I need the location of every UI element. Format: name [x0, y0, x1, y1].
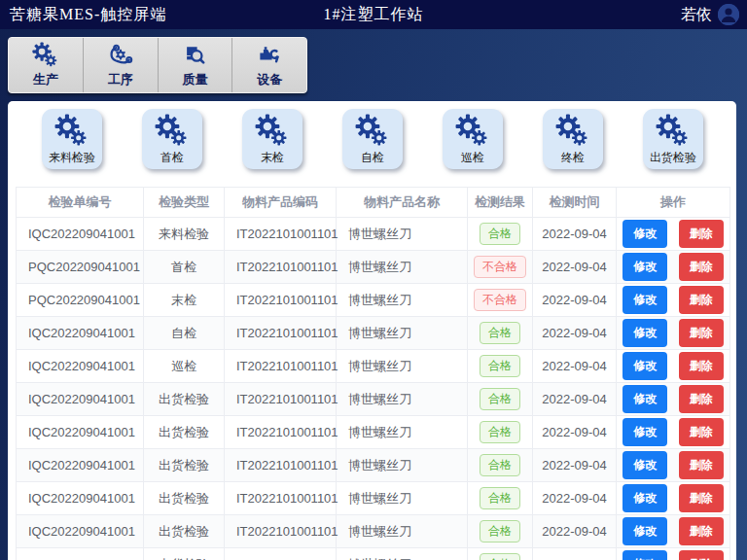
- gears-icon: [32, 42, 59, 69]
- cell-inspection-id: PQC202209041001: [17, 284, 144, 317]
- edit-button[interactable]: 修改: [622, 517, 667, 545]
- delete-button[interactable]: 删除: [679, 352, 724, 380]
- user-avatar-icon[interactable]: [718, 4, 739, 25]
- delete-button[interactable]: 删除: [679, 550, 724, 560]
- cell-date: 2022-09-04: [533, 416, 617, 449]
- cell-inspection-type: 自检: [144, 317, 225, 350]
- cell-material-code: IT2022101001101: [225, 449, 337, 482]
- process-route-icon: [107, 42, 134, 69]
- delete-button[interactable]: 删除: [679, 418, 724, 446]
- tab-label: 生产: [33, 71, 58, 88]
- col-actions: 操作: [617, 188, 730, 218]
- user-menu[interactable]: 若依: [681, 4, 747, 25]
- cell-inspection-type: 出货检验: [144, 416, 225, 449]
- cell-date: 2022-09-04: [533, 350, 617, 383]
- table-row: IQC202209041001 来料检验 IT2022101001101 博世螺…: [17, 218, 730, 251]
- cell-material-name: 博世螺丝刀: [337, 515, 468, 548]
- edit-button[interactable]: 修改: [622, 352, 667, 380]
- inspection-table: 检验单编号 检验类型 物料产品编码 物料产品名称 检测结果 检测时间 操作 IQ…: [16, 187, 730, 560]
- cell-material-code: IT2022101001101: [225, 284, 337, 317]
- edit-button[interactable]: 修改: [622, 550, 667, 560]
- cell-inspection-id: IQC202209041001: [17, 548, 144, 560]
- col-result: 检测结果: [468, 188, 533, 218]
- quality-panel: 来料检验 首检 末检 自检 巡检 终检 出货检验: [8, 101, 736, 560]
- result-badge: 合格: [480, 520, 520, 542]
- cell-inspection-id: IQC202209041001: [17, 218, 144, 251]
- cell-date: 2022-09-04: [533, 317, 617, 350]
- table-row: PQC202209041001 首检 IT2022101001101 博世螺丝刀…: [17, 251, 730, 284]
- delete-button[interactable]: 删除: [679, 451, 724, 479]
- table-row: IQC202209041001 出货检验 IT2022101001101 博世螺…: [17, 383, 730, 416]
- cell-material-name: 博世螺丝刀: [337, 350, 468, 383]
- cell-material-code: IT2022101001101: [225, 218, 337, 251]
- cell-material-code: IT2022101001101: [225, 548, 337, 560]
- edit-button[interactable]: 修改: [622, 286, 667, 314]
- cell-material-code: IT2022101001101: [225, 482, 337, 515]
- gears-icon: [455, 114, 490, 149]
- cell-material-code: IT2022101001101: [225, 515, 337, 548]
- delete-button[interactable]: 删除: [679, 319, 724, 347]
- result-badge: 合格: [480, 322, 520, 343]
- edit-button[interactable]: 修改: [622, 385, 667, 413]
- cell-material-name: 博世螺丝刀: [337, 284, 468, 317]
- cell-date: 2022-09-04: [533, 449, 617, 482]
- cell-material-code: IT2022101001101: [225, 416, 337, 449]
- edit-button[interactable]: 修改: [622, 220, 667, 248]
- delete-button[interactable]: 删除: [679, 220, 724, 248]
- qc-button-shipment-inspection[interactable]: 出货检验: [643, 109, 703, 169]
- cell-material-name: 博世螺丝刀: [337, 317, 468, 350]
- delete-button[interactable]: 删除: [679, 286, 724, 314]
- col-material-code: 物料产品编码: [225, 188, 337, 218]
- tab-label: 设备: [257, 71, 282, 88]
- table-row: IQC202209041001 出货检验 IT2022101001101 博世螺…: [17, 416, 730, 449]
- tab-label: 工序: [108, 71, 133, 88]
- table-row: IQC202209041001 出货检验 IT2022101001101 博世螺…: [17, 548, 730, 560]
- edit-button[interactable]: 修改: [622, 253, 667, 281]
- table-row: IQC202209041001 出货检验 IT2022101001101 博世螺…: [17, 449, 730, 482]
- edit-button[interactable]: 修改: [622, 484, 667, 512]
- gears-icon: [54, 114, 89, 149]
- qc-button-row: 来料检验 首检 末检 自检 巡检 终检 出货检验: [16, 109, 729, 177]
- cell-date: 2022-09-04: [533, 218, 617, 251]
- qc-button-first-inspection[interactable]: 首检: [142, 109, 202, 169]
- tab-process[interactable]: 工序: [84, 38, 159, 92]
- cell-inspection-type: 巡检: [144, 350, 225, 383]
- delete-button[interactable]: 删除: [679, 517, 724, 545]
- delete-button[interactable]: 删除: [679, 385, 724, 413]
- edit-button[interactable]: 修改: [622, 319, 667, 347]
- table-header-row: 检验单编号 检验类型 物料产品编码 物料产品名称 检测结果 检测时间 操作: [17, 188, 730, 218]
- cell-inspection-type: 出货检验: [144, 449, 225, 482]
- qc-button-final-inspection[interactable]: 末检: [242, 109, 302, 169]
- gears-icon: [656, 114, 691, 149]
- cell-date: 2022-09-04: [533, 251, 617, 284]
- cell-inspection-type: 首检: [144, 251, 225, 284]
- cell-inspection-type: 末检: [144, 284, 225, 317]
- tab-quality[interactable]: 质量: [159, 38, 233, 92]
- station-title: 1#注塑工作站: [0, 5, 747, 25]
- cell-date: 2022-09-04: [533, 482, 617, 515]
- edit-button[interactable]: 修改: [622, 451, 667, 479]
- gears-icon: [355, 114, 390, 149]
- tab-equipment[interactable]: 设备: [232, 38, 306, 92]
- tab-production[interactable]: 生产: [9, 38, 84, 92]
- delete-button[interactable]: 删除: [679, 484, 724, 512]
- cell-material-name: 博世螺丝刀: [337, 218, 468, 251]
- top-bar: 苦糖果MES-触控屏端 1#注塑工作站 若依: [0, 0, 747, 29]
- result-badge: 不合格: [474, 289, 526, 310]
- qc-button-incoming-inspection[interactable]: 来料检验: [42, 109, 102, 169]
- cell-inspection-id: IQC202209041001: [17, 317, 144, 350]
- qc-button-patrol-inspection[interactable]: 巡检: [443, 109, 503, 169]
- qc-button-end-inspection[interactable]: 终检: [543, 109, 603, 169]
- cell-inspection-type: 出货检验: [144, 383, 225, 416]
- cell-date: 2022-09-04: [533, 548, 617, 560]
- qc-button-self-inspection[interactable]: 自检: [342, 109, 403, 169]
- cell-inspection-type: 来料检验: [144, 218, 225, 251]
- col-inspection-type: 检验类型: [144, 188, 225, 218]
- cell-material-name: 博世螺丝刀: [337, 251, 468, 284]
- delete-button[interactable]: 删除: [679, 253, 724, 281]
- edit-button[interactable]: 修改: [622, 418, 667, 446]
- cell-inspection-id: IQC202209041001: [17, 383, 144, 416]
- result-badge: 合格: [480, 487, 520, 508]
- table-row: IQC202209041001 出货检验 IT2022101001101 博世螺…: [17, 482, 730, 515]
- equipment-wrench-icon: [256, 42, 283, 69]
